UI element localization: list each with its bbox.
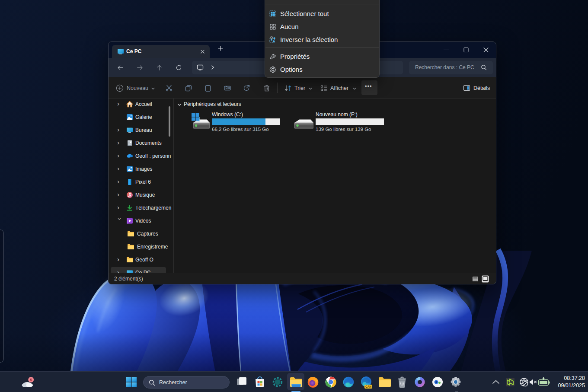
svg-text:5: 5 bbox=[30, 378, 32, 382]
svg-text:CAN: CAN bbox=[365, 385, 371, 388]
